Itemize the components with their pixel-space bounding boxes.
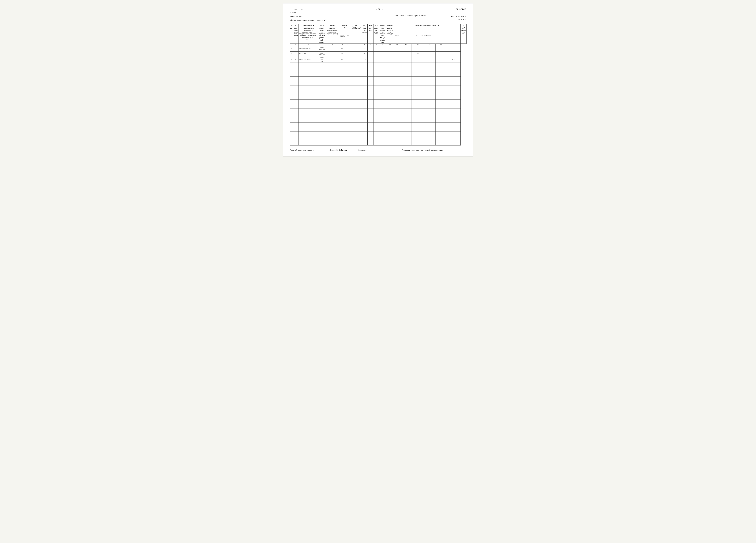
empty-cell-3-2 xyxy=(298,76,318,81)
object-line: Объект (производственная мощность) xyxy=(290,19,371,21)
empty-cell-5-9 xyxy=(368,86,373,90)
empty-cell-13-6 xyxy=(346,122,350,127)
empty-cell-2-10 xyxy=(373,72,379,76)
empty-row xyxy=(290,81,466,86)
empty-cell-3-8 xyxy=(362,76,368,81)
footer-left: Главный инженер проекта Беляев В.В.Беляе… xyxy=(290,149,347,151)
cell-1-14 xyxy=(400,51,412,57)
empty-cell-5-11 xyxy=(379,86,386,90)
empty-cell-9-12 xyxy=(386,104,394,109)
col-h-num: №погр. xyxy=(290,24,293,44)
col-n-15: 15 xyxy=(400,44,412,46)
empty-cell-1-7 xyxy=(350,67,362,72)
footer-section: Главный инженер проекта Беляев В.В.Беляе… xyxy=(290,149,467,151)
empty-cell-3-16 xyxy=(424,76,435,81)
cell-0-5: шт. xyxy=(339,46,346,51)
empty-cell-0-9 xyxy=(368,63,373,67)
col-n-18: 18 xyxy=(435,44,447,46)
empty-cell-1-6 xyxy=(346,67,350,72)
cell-2-13 xyxy=(394,57,400,63)
empty-cell-10-15 xyxy=(412,109,424,113)
empty-cell-13-7 xyxy=(350,122,362,127)
empty-cell-9-4 xyxy=(326,104,339,109)
empty-cell-8-4 xyxy=(326,99,339,104)
empty-cell-6-16 xyxy=(424,90,435,95)
empty-cell-6-14 xyxy=(400,90,412,95)
empty-cell-0-14 xyxy=(400,63,412,67)
empty-cell-1-15 xyxy=(412,67,424,72)
col-h-unit-kol: Кол xyxy=(346,34,350,44)
empty-cell-12-2 xyxy=(298,118,318,122)
header-top: Т.г.901-I-30 А.ЛП/3 - 88 - СФ 374-17 xyxy=(290,8,467,14)
empty-cell-9-8 xyxy=(362,104,368,109)
empty-cell-12-0 xyxy=(290,118,293,122)
empty-cell-16-12 xyxy=(386,136,394,141)
empty-cell-4-12 xyxy=(386,81,394,86)
empty-cell-15-2 xyxy=(298,132,318,136)
empty-cell-6-2 xyxy=(298,90,318,95)
empty-cell-16-0 xyxy=(290,136,293,141)
empty-cell-3-7 xyxy=(350,76,362,81)
empty-cell-4-7 xyxy=(350,81,362,86)
empty-cell-14-18 xyxy=(447,127,460,132)
empty-cell-15-14 xyxy=(400,132,412,136)
empty-cell-5-5 xyxy=(339,86,346,90)
empty-cell-9-16 xyxy=(424,104,435,109)
empty-cell-17-1 xyxy=(293,141,298,145)
cell-2-1: – xyxy=(293,57,298,63)
empty-cell-14-8 xyxy=(362,127,368,132)
empty-cell-8-13 xyxy=(394,99,400,104)
empty-cell-15-9 xyxy=(368,132,373,136)
empty-cell-8-12 xyxy=(386,99,394,104)
empty-cell-10-4 xyxy=(326,109,339,113)
empty-row xyxy=(290,104,466,109)
empty-cell-3-12 xyxy=(386,76,394,81)
empty-row xyxy=(290,86,466,90)
empty-cell-14-12 xyxy=(386,127,394,132)
empty-cell-0-5 xyxy=(339,63,346,67)
empty-cell-10-9 xyxy=(368,109,373,113)
empty-cell-8-17 xyxy=(435,99,447,104)
empty-cell-10-7 xyxy=(350,109,362,113)
empty-cell-13-12 xyxy=(386,122,394,127)
empty-cell-12-15 xyxy=(412,118,424,122)
empty-cell-7-15 xyxy=(412,95,424,99)
cell-1-8: 8 xyxy=(362,51,368,57)
empty-cell-4-6 xyxy=(346,81,350,86)
empty-cell-12-8 xyxy=(362,118,368,122)
empty-cell-5-10 xyxy=(373,86,379,90)
empty-cell-9-18 xyxy=(447,104,460,109)
empty-cell-17-14 xyxy=(400,141,412,145)
empty-cell-15-8 xyxy=(362,132,368,136)
empty-cell-16-6 xyxy=(346,136,350,141)
empty-cell-14-1 xyxy=(293,127,298,132)
empty-cell-7-10 xyxy=(373,95,379,99)
empty-cell-1-14 xyxy=(400,67,412,72)
col-n-14: 14 xyxy=(394,44,400,46)
empty-cell-6-3 xyxy=(318,90,326,95)
empty-cell-2-17 xyxy=(435,72,447,76)
cell-2-6 xyxy=(346,57,350,63)
empty-cell-1-12 xyxy=(386,67,394,72)
empty-row xyxy=(290,109,466,113)
empty-cell-4-5 xyxy=(339,81,346,86)
empty-cell-9-17 xyxy=(435,104,447,109)
empty-cell-15-10 xyxy=(373,132,379,136)
empty-row xyxy=(290,99,466,104)
empty-cell-4-8 xyxy=(362,81,368,86)
empty-cell-17-18 xyxy=(447,141,460,145)
empty-cell-0-12 xyxy=(386,63,394,67)
empty-cell-8-7 xyxy=(350,99,362,104)
empty-cell-2-0 xyxy=(290,72,293,76)
col-h-unit-name: наиме-нование xyxy=(339,34,346,44)
cell-2-4 xyxy=(326,57,339,63)
col-n-11: 11 xyxy=(373,44,379,46)
empty-cell-4-17 xyxy=(435,81,447,86)
col-h-type: Тип и марка оборудо-вания. М. Черте-жа е… xyxy=(318,24,326,44)
table-row: 36–Контргайка 20ГОСТ 8961-75шт.2 xyxy=(290,46,466,51)
empty-cell-2-6 xyxy=(346,72,350,76)
spec-title: ЗАКАЗНАЯ СПЕЦИФИКАЦИЯ № xyxy=(395,15,420,17)
empty-cell-9-1 xyxy=(293,104,298,109)
empty-cell-0-7 xyxy=(350,63,362,67)
total-sheets-line: Всего листов 5 xyxy=(451,15,466,18)
